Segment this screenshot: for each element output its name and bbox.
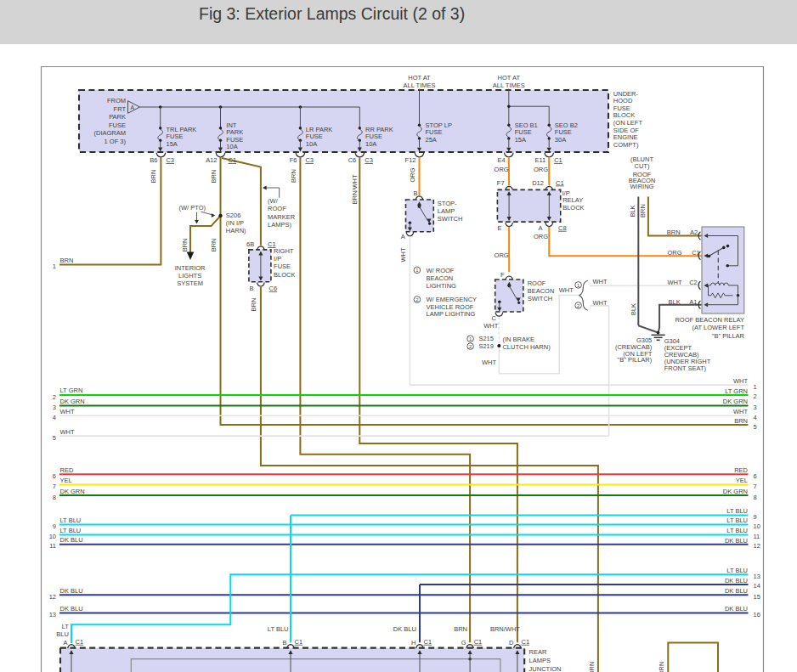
svg-text:DK GRN: DK GRN <box>60 398 85 405</box>
svg-text:C6: C6 <box>348 156 357 164</box>
svg-text:(DIAGRAM: (DIAGRAM <box>94 129 127 137</box>
svg-text:LT: LT <box>62 623 70 630</box>
svg-text:FRONT SEAT): FRONT SEAT) <box>664 364 707 372</box>
svg-text:INTERIOR: INTERIOR <box>175 264 206 272</box>
svg-text:I/P: I/P <box>274 255 281 263</box>
svg-text:14: 14 <box>754 582 760 590</box>
svg-text:ROOF BEACON RELAY: ROOF BEACON RELAY <box>675 316 744 324</box>
svg-text:ORG: ORG <box>409 167 416 182</box>
svg-text:(AT LOWER LEFT: (AT LOWER LEFT <box>692 324 745 331</box>
svg-text:C3: C3 <box>305 156 314 164</box>
svg-text:25A: 25A <box>426 136 437 144</box>
svg-text:B6: B6 <box>150 156 157 164</box>
svg-text:BRN/WHT: BRN/WHT <box>490 625 520 633</box>
svg-text:F6: F6 <box>290 156 297 164</box>
svg-text:WHT: WHT <box>399 247 407 262</box>
svg-text:A1: A1 <box>689 298 697 306</box>
svg-text:WHT: WHT <box>559 286 574 294</box>
svg-text:ORG: ORG <box>667 249 681 257</box>
svg-text:ORG: ORG <box>495 166 509 173</box>
svg-text:BRN: BRN <box>658 662 665 672</box>
svg-text:BLK: BLK <box>630 303 637 315</box>
svg-text:1: 1 <box>53 263 56 270</box>
svg-text:FUSE: FUSE <box>274 263 291 270</box>
svg-text:F12: F12 <box>405 156 416 164</box>
svg-text:6B: 6B <box>246 240 254 248</box>
svg-text:1: 1 <box>469 336 472 342</box>
svg-text:1 OF 3): 1 OF 3) <box>105 138 127 145</box>
svg-text:BLK: BLK <box>629 205 636 217</box>
svg-text:BRN: BRN <box>290 169 297 183</box>
svg-text:9: 9 <box>53 522 56 530</box>
svg-text:BRN: BRN <box>181 238 189 251</box>
svg-text:LT BLU: LT BLU <box>726 507 748 515</box>
svg-text:BRN: BRN <box>454 625 467 633</box>
svg-text:(IN BRAKE: (IN BRAKE <box>502 336 534 343</box>
svg-text:C1: C1 <box>424 638 432 646</box>
svg-text:BRN: BRN <box>150 170 157 184</box>
svg-text:3: 3 <box>754 404 757 411</box>
svg-text:BEACON: BEACON <box>528 287 555 295</box>
svg-text:BRN/WHT: BRN/WHT <box>351 174 359 204</box>
svg-text:A: A <box>538 224 542 232</box>
svg-text:RIGHT: RIGHT <box>274 247 294 255</box>
svg-text:BRN: BRN <box>588 662 596 672</box>
svg-text:YEL: YEL <box>736 477 748 484</box>
svg-text:REAR: REAR <box>529 648 547 656</box>
svg-text:WHT: WHT <box>733 377 748 385</box>
svg-text:2: 2 <box>53 393 56 401</box>
svg-text:ALL TIMES: ALL TIMES <box>493 82 525 89</box>
svg-text:C1: C1 <box>76 638 84 646</box>
svg-text:C3: C3 <box>365 156 373 164</box>
svg-text:3: 3 <box>53 404 56 411</box>
svg-text:C1: C1 <box>474 638 483 646</box>
svg-text:B: B <box>249 285 253 292</box>
svg-text:S219: S219 <box>478 342 494 350</box>
svg-text:LAMP: LAMP <box>438 207 455 215</box>
svg-text:CLUTCH HARN): CLUTCH HARN) <box>502 343 551 351</box>
svg-text:4: 4 <box>53 414 56 421</box>
svg-text:9: 9 <box>754 513 757 521</box>
svg-text:1: 1 <box>577 283 579 288</box>
svg-text:S215: S215 <box>478 335 494 342</box>
svg-text:DK BLU: DK BLU <box>60 587 83 595</box>
svg-text:LT GRN: LT GRN <box>60 387 83 394</box>
svg-text:DK GRN: DK GRN <box>723 398 748 405</box>
svg-text:D12: D12 <box>532 179 544 187</box>
svg-text:12: 12 <box>49 593 56 601</box>
svg-text:5: 5 <box>53 434 56 442</box>
svg-text:8: 8 <box>53 494 56 501</box>
svg-text:WHT: WHT <box>667 279 681 286</box>
svg-text:COMPT): COMPT) <box>613 141 639 149</box>
svg-text:WIRING: WIRING <box>630 183 654 190</box>
svg-text:10A: 10A <box>226 143 237 150</box>
svg-text:DK BLU: DK BLU <box>725 577 748 584</box>
svg-text:ORG: ORG <box>495 251 509 259</box>
svg-text:PARK: PARK <box>109 113 126 121</box>
svg-text:C2: C2 <box>689 279 698 286</box>
svg-text:FUSE: FUSE <box>109 121 126 129</box>
svg-text:7: 7 <box>53 483 56 490</box>
svg-text:LAMPS: LAMPS <box>529 657 551 664</box>
svg-text:BLOCK: BLOCK <box>274 271 295 279</box>
svg-text:WHT: WHT <box>593 278 608 285</box>
svg-text:S206: S206 <box>226 212 241 219</box>
svg-text:JUNCTION: JUNCTION <box>529 665 562 672</box>
svg-text:"B" PILLAR: "B" PILLAR <box>712 332 745 340</box>
svg-text:LIGHTS: LIGHTS <box>178 272 201 280</box>
svg-text:DK BLU: DK BLU <box>60 605 83 613</box>
svg-text:10: 10 <box>49 533 56 540</box>
svg-text:LAMPS): LAMPS) <box>268 221 291 229</box>
svg-text:C1: C1 <box>229 156 237 164</box>
svg-text:C6: C6 <box>269 285 278 292</box>
svg-text:11: 11 <box>754 533 760 540</box>
svg-text:1: 1 <box>754 383 757 391</box>
svg-text:6: 6 <box>754 472 757 480</box>
svg-text:WHT: WHT <box>60 408 75 415</box>
svg-text:ROOF: ROOF <box>268 205 286 212</box>
svg-text:C: C <box>491 314 496 322</box>
svg-text:ORG: ORG <box>534 166 548 173</box>
svg-text:BRN: BRN <box>210 238 218 251</box>
svg-text:2: 2 <box>469 344 472 349</box>
svg-text:C3: C3 <box>166 156 174 164</box>
